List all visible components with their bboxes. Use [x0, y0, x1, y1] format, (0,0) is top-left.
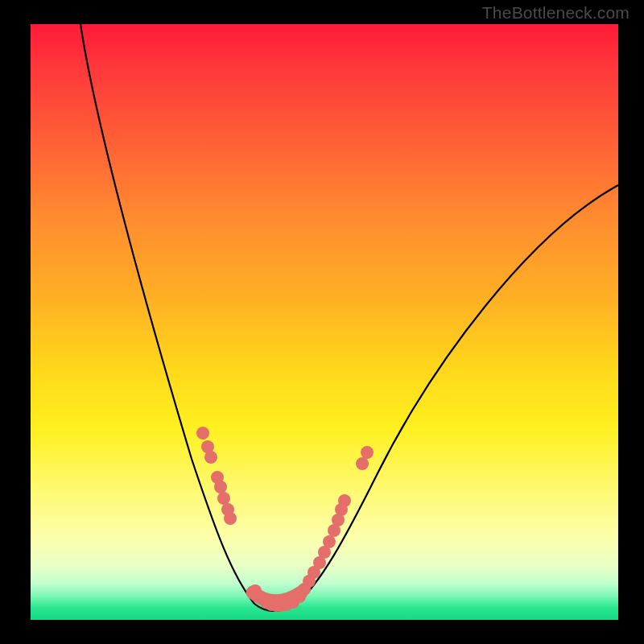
data-point — [204, 451, 217, 464]
watermark-text: TheBottleneck.com — [482, 3, 630, 23]
chart-svg — [31, 24, 618, 620]
data-point — [338, 494, 351, 507]
data-point — [217, 492, 230, 505]
data-point — [214, 481, 227, 493]
data-point — [323, 535, 336, 548]
chart-frame: TheBottleneck.com — [0, 0, 644, 644]
bottleneck-curve — [80, 24, 618, 611]
data-point — [361, 446, 374, 459]
data-point — [196, 427, 209, 440]
data-point — [224, 512, 237, 525]
plot-area — [31, 24, 618, 620]
data-point — [356, 457, 369, 470]
marker-group — [196, 427, 374, 612]
